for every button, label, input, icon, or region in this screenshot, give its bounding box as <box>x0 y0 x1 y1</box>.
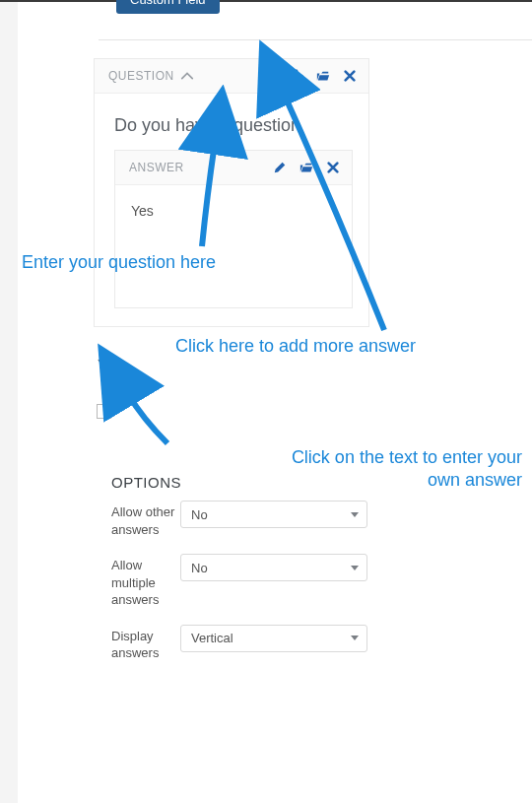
folder-open-icon[interactable] <box>316 69 330 83</box>
question-card: QUESTION Do you have a question ANSWER <box>94 58 369 327</box>
question-header-left: QUESTION <box>108 69 194 83</box>
page-container: Custom Field QUESTION Do you have a ques… <box>0 2 532 803</box>
custom-field-button[interactable]: Custom Field <box>116 0 220 14</box>
options-block: OPTIONS Allow other answers No Allow mul… <box>111 474 367 662</box>
answer-body: Yes <box>115 185 352 307</box>
question-header[interactable]: QUESTION <box>95 59 368 94</box>
close-icon[interactable] <box>343 69 357 83</box>
option-row-display: Display answers Vertical <box>111 625 367 662</box>
chevron-up-icon <box>180 69 194 83</box>
select-allow-other[interactable]: No <box>180 501 367 528</box>
option-label: Allow other answers <box>111 501 180 538</box>
close-icon[interactable] <box>326 161 340 174</box>
pencil-icon[interactable] <box>273 161 287 174</box>
plus-icon[interactable] <box>290 69 303 83</box>
select-value: No <box>191 561 208 575</box>
answer-card: ANSWER Yes <box>114 150 353 308</box>
options-title: OPTIONS <box>111 474 367 491</box>
custom-field-button-label: Custom Field <box>130 0 206 7</box>
caret-down-icon <box>351 512 359 517</box>
select-value: Vertical <box>191 631 233 645</box>
caret-down-icon <box>351 636 359 640</box>
answer-item-label[interactable]: Yes <box>98 357 120 372</box>
answer-text[interactable]: Yes <box>131 203 154 219</box>
select-allow-multiple[interactable]: No <box>180 554 367 581</box>
answer-checkbox[interactable] <box>97 404 111 419</box>
select-display[interactable]: Vertical <box>180 625 367 652</box>
option-label: Display answers <box>111 625 180 662</box>
caret-down-icon <box>351 566 359 570</box>
folder-open-icon[interactable] <box>299 161 313 174</box>
answer-header-label: ANSWER <box>129 161 184 174</box>
option-label: Allow multiple answers <box>111 554 180 609</box>
divider <box>99 39 532 40</box>
option-row-allow-other: Allow other answers No <box>111 501 367 538</box>
question-text[interactable]: Do you have a question <box>114 115 353 136</box>
question-header-actions <box>290 69 357 83</box>
select-value: No <box>191 507 208 522</box>
option-row-allow-multiple: Allow multiple answers No <box>111 554 367 609</box>
answer-item-row: Yes <box>94 357 532 419</box>
answer-header[interactable]: ANSWER <box>115 151 352 185</box>
page-inner: Custom Field QUESTION Do you have a ques… <box>18 2 532 803</box>
question-header-label: QUESTION <box>108 69 174 83</box>
answer-header-actions <box>273 161 340 174</box>
question-body: Do you have a question ANSWER Yes <box>95 94 368 326</box>
top-button-holder: Custom Field <box>18 2 532 12</box>
